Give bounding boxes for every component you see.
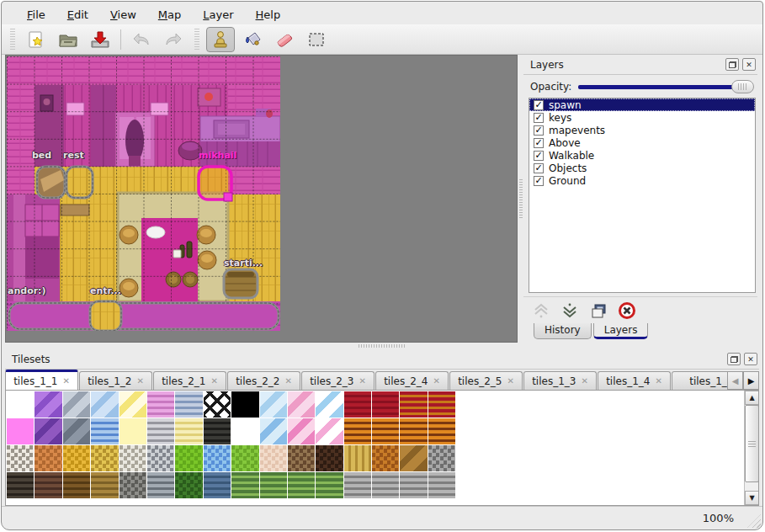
layer-row-above[interactable]: Above: [529, 136, 755, 149]
resize-grip[interactable]: [747, 514, 761, 528]
tile-swatch[interactable]: [175, 391, 202, 418]
tile-swatch[interactable]: [120, 445, 146, 471]
tile-swatch[interactable]: [260, 445, 287, 471]
tile-swatch[interactable]: [316, 445, 343, 471]
layer-row-spawn[interactable]: spawn: [529, 98, 755, 111]
tilesets-float-button[interactable]: [727, 353, 741, 365]
tab-close-icon[interactable]: ✕: [210, 376, 217, 386]
scroll-up-button[interactable]: ▲: [745, 391, 759, 405]
palette-scrollbar[interactable]: ▲ ▼: [744, 391, 758, 505]
layer-visibility-checkbox[interactable]: [534, 113, 544, 123]
tile-swatch[interactable]: [231, 445, 258, 471]
tile-swatch[interactable]: [316, 472, 343, 498]
new-map-button[interactable]: [22, 27, 50, 52]
tab-close-icon[interactable]: ✕: [581, 376, 587, 386]
tile-swatch[interactable]: [260, 418, 287, 444]
tile-swatch[interactable]: [344, 472, 371, 498]
opacity-slider-handle[interactable]: [731, 80, 754, 93]
tile-swatch[interactable]: [316, 391, 343, 418]
tile-swatch[interactable]: [400, 472, 427, 498]
tile-swatch[interactable]: [288, 445, 315, 471]
tile-swatch[interactable]: [316, 418, 343, 444]
open-map-button[interactable]: [54, 27, 82, 52]
tile-swatch[interactable]: [372, 418, 399, 444]
tile-swatch[interactable]: [204, 391, 231, 418]
tile-swatch[interactable]: [428, 472, 455, 498]
tileset-tab-tiles_1_4[interactable]: tiles_1_4✕: [598, 371, 671, 390]
toolbar-drag-handle[interactable]: [10, 29, 15, 51]
tile-swatch[interactable]: [372, 472, 399, 498]
tile-swatch[interactable]: [400, 445, 427, 471]
map-object-bed[interactable]: [37, 167, 65, 198]
opacity-slider[interactable]: [578, 80, 754, 93]
tile-swatch[interactable]: [175, 418, 202, 444]
layer-visibility-checkbox[interactable]: [534, 100, 544, 110]
tile-swatch[interactable]: [428, 391, 455, 418]
tile-swatch[interactable]: [231, 391, 258, 418]
tile-swatch[interactable]: [63, 418, 90, 444]
tab-layers[interactable]: Layers: [593, 323, 649, 339]
undo-button[interactable]: [127, 27, 156, 52]
tile-swatch[interactable]: [288, 391, 315, 418]
tab-close-icon[interactable]: ✕: [433, 376, 439, 386]
tile-swatch[interactable]: [63, 472, 90, 498]
tile-swatch[interactable]: [120, 391, 146, 418]
tab-close-icon[interactable]: ✕: [284, 376, 291, 386]
tile-swatch[interactable]: [175, 445, 202, 471]
tile-swatch[interactable]: [91, 472, 118, 498]
map-view[interactable]: bed rest mikhail andor:) entr... starti.…: [5, 55, 518, 343]
tile-swatch[interactable]: [344, 445, 371, 471]
tab-close-icon[interactable]: ✕: [507, 376, 513, 386]
tileset-tab-tiles_1_1[interactable]: tiles_1_1✕: [5, 370, 78, 390]
tile-swatch[interactable]: [63, 391, 90, 418]
tile-swatch[interactable]: [91, 418, 118, 444]
menu-view[interactable]: View: [110, 8, 136, 21]
scroll-down-button[interactable]: ▼: [745, 491, 759, 505]
save-map-button[interactable]: [86, 27, 114, 52]
tile-swatch[interactable]: [91, 445, 118, 471]
stamp-brush-button[interactable]: [206, 27, 235, 52]
tile-swatch[interactable]: [344, 418, 371, 444]
map-object-starti[interactable]: [224, 269, 258, 298]
tab-close-icon[interactable]: ✕: [359, 376, 365, 386]
delete-layer-button[interactable]: [618, 301, 636, 320]
layer-visibility-checkbox[interactable]: [534, 163, 544, 173]
tileset-tab-tiles_2_2[interactable]: tiles_2_2✕: [227, 371, 300, 390]
horizontal-splitter[interactable]: [2, 343, 762, 349]
layer-visibility-checkbox[interactable]: [534, 138, 544, 148]
menu-file[interactable]: File: [27, 8, 45, 21]
tile-swatch[interactable]: [400, 391, 427, 418]
tile-swatch[interactable]: [204, 445, 231, 471]
tileset-tab-tiles_2_1[interactable]: tiles_2_1✕: [153, 371, 226, 390]
tile-swatch[interactable]: [175, 472, 202, 498]
tab-scroll-left-button[interactable]: ◀: [727, 371, 743, 390]
eraser-button[interactable]: [270, 27, 299, 52]
tile-swatch[interactable]: [344, 391, 371, 418]
toolbar-drag-handle-2[interactable]: [194, 29, 199, 51]
layer-row-mapevents[interactable]: mapevents: [529, 124, 755, 136]
tileset-tab-tiles_2_3[interactable]: tiles_2_3✕: [301, 371, 375, 390]
tab-close-icon[interactable]: ✕: [655, 376, 661, 386]
tile-swatch[interactable]: [204, 472, 231, 498]
tile-swatch[interactable]: [288, 418, 315, 444]
tile-swatch[interactable]: [147, 472, 174, 498]
layer-visibility-checkbox[interactable]: [534, 151, 544, 161]
tile-swatch[interactable]: [231, 418, 258, 444]
raise-layer-button[interactable]: [532, 301, 550, 320]
scrollbar-thumb[interactable]: [745, 405, 759, 482]
tile-swatch[interactable]: [147, 418, 174, 444]
tile-swatch[interactable]: [7, 472, 34, 498]
tile-swatch[interactable]: [260, 391, 287, 418]
menu-edit[interactable]: Edit: [67, 8, 88, 21]
tile-swatch[interactable]: [120, 472, 146, 498]
lower-layer-button[interactable]: [560, 301, 579, 320]
tile-swatch[interactable]: [231, 472, 258, 498]
tile-swatch[interactable]: [35, 391, 61, 418]
vertical-splitter[interactable]: [518, 55, 523, 343]
layer-row-objects[interactable]: Objects: [529, 162, 755, 174]
menu-map[interactable]: Map: [158, 8, 181, 21]
tile-swatch[interactable]: [372, 445, 399, 471]
tilesets-close-button[interactable]: ✕: [744, 353, 757, 365]
tile-swatch[interactable]: [7, 445, 34, 471]
rectangular-select-button[interactable]: [302, 27, 331, 52]
